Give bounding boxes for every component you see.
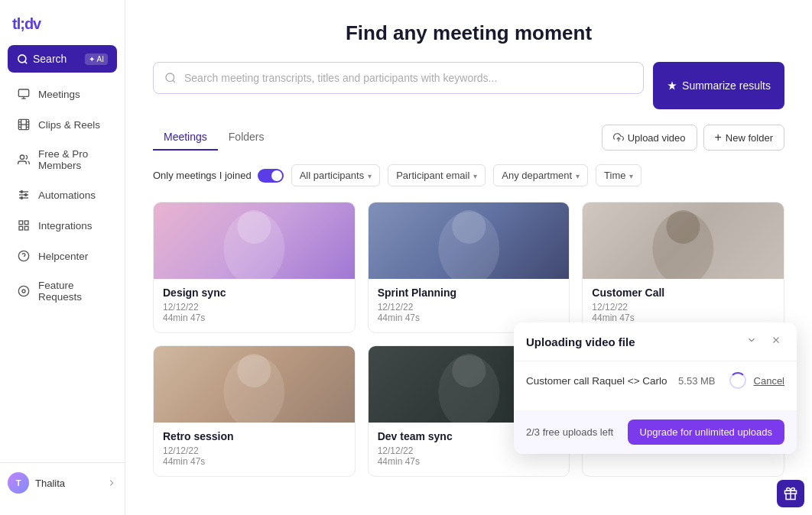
new-folder-button[interactable]: + New folder (703, 125, 784, 151)
tab-meetings[interactable]: Meetings (153, 125, 218, 151)
sidebar-item-automations[interactable]: Automations (5, 180, 120, 209)
email-filter[interactable]: Participant email (388, 164, 486, 186)
participants-filter[interactable]: All participants (291, 164, 381, 186)
gift-icon[interactable] (777, 480, 804, 507)
svg-point-28 (166, 73, 174, 82)
svg-point-0 (18, 54, 26, 62)
card-duration: 44min 47s (163, 456, 346, 467)
chevron-down-icon (576, 170, 580, 181)
toggle-filter[interactable]: Only meetings I joined (153, 169, 284, 183)
sidebar-item-members[interactable]: Free & Pro Members (5, 141, 120, 179)
svg-point-40 (452, 354, 486, 387)
sidebar-footer: T Thalita (0, 462, 125, 503)
card-title: Retro session (163, 430, 346, 442)
toggle-switch[interactable] (258, 169, 284, 183)
card-date: 12/12/22 (592, 302, 775, 313)
popup-controls (743, 333, 784, 350)
popup-minimize-button[interactable] (743, 333, 760, 350)
automations-icon (17, 188, 31, 202)
nav-label: Feature Requests (38, 280, 108, 303)
sidebar-item-integrations[interactable]: Integrations (5, 211, 120, 240)
tab-folders[interactable]: Folders (218, 125, 275, 151)
chevron-right-icon (106, 478, 117, 488)
chevron-down-icon (629, 170, 633, 181)
time-filter[interactable]: Time (596, 164, 641, 186)
search-button[interactable]: Search ✦ AI (8, 45, 117, 73)
svg-point-34 (452, 210, 486, 244)
upload-size: 5.53 MB (678, 375, 715, 387)
svg-point-26 (18, 286, 28, 296)
popup-close-button[interactable] (768, 333, 784, 350)
card-duration: 44min 47s (592, 313, 775, 323)
nav-label: Integrations (38, 220, 93, 232)
user-profile[interactable]: T Thalita (8, 472, 117, 494)
sidebar-item-requests[interactable]: Feature Requests (5, 272, 120, 310)
department-filter[interactable]: Any department (493, 164, 588, 186)
popup-footer: 2/3 free uploads left Upgrade for unlimi… (514, 410, 797, 454)
uploads-remaining: 2/3 free uploads left (526, 426, 613, 438)
page-title: Find any meeting moment (153, 21, 784, 45)
upload-popup: Uploading video file Customer call Raque… (514, 322, 797, 454)
ai-badge: ✦ AI (85, 53, 108, 65)
card-duration: 44min 47s (378, 313, 560, 323)
card-title: Customer Call (592, 287, 775, 299)
svg-point-36 (667, 210, 700, 244)
summarize-label: Summarize results (682, 79, 771, 92)
summarize-button[interactable]: Summarize results (653, 62, 784, 109)
users-icon (17, 153, 31, 167)
nav-label: Automations (38, 189, 96, 201)
meeting-card[interactable]: Design sync 12/12/22 44min 47s (153, 202, 356, 333)
nav-label: Free & Pro Members (38, 148, 108, 171)
cancel-upload-link[interactable]: Cancel (754, 375, 784, 387)
upgrade-button[interactable]: Upgrade for unlimited uploads (628, 419, 784, 445)
main-content: Find any meeting moment Summarize result… (125, 0, 812, 515)
card-date: 12/12/22 (163, 445, 346, 456)
upload-icon (613, 132, 624, 143)
sidebar-item-clips[interactable]: Clips & Reels (5, 110, 120, 139)
meeting-card[interactable]: Customer Call 12/12/22 44min 47s (582, 202, 784, 333)
svg-rect-2 (18, 89, 28, 96)
meeting-card[interactable]: Sprint Planning 12/12/22 44min 47s (368, 202, 570, 333)
tabs: Meetings Folders (153, 125, 594, 151)
app-logo: tl;dv (0, 12, 125, 45)
upload-item: Customer call Raquel <> Carlo 5.53 MB Ca… (526, 372, 784, 389)
sidebar: tl;dv Search ✦ AI Meetings Clips & Reels… (0, 0, 125, 515)
card-duration: 44min 47s (163, 313, 346, 323)
upload-label: Upload video (628, 132, 686, 144)
upload-video-button[interactable]: Upload video (602, 125, 697, 151)
user-name: Thalita (35, 478, 100, 489)
card-thumbnail (154, 202, 355, 279)
card-thumbnail (154, 346, 355, 423)
nav-label: Helpcenter (38, 251, 88, 262)
card-duration: 44min 47s (378, 456, 560, 467)
svg-point-17 (21, 191, 23, 193)
svg-point-38 (237, 354, 271, 387)
plus-icon: + (715, 131, 722, 144)
svg-point-18 (24, 194, 27, 196)
svg-rect-21 (24, 221, 28, 225)
sidebar-item-helpcenter[interactable]: Helpcenter (5, 241, 120, 270)
popup-header: Uploading video file (514, 322, 797, 361)
svg-rect-23 (24, 226, 28, 230)
new-folder-label: New folder (726, 132, 773, 144)
help-icon (17, 249, 31, 263)
svg-point-32 (237, 210, 271, 244)
avatar: T (8, 472, 29, 494)
tabs-row: Meetings Folders Upload video + New fold… (153, 125, 784, 151)
search-bar (153, 62, 644, 94)
filters-row: Only meetings I joined All participants … (153, 164, 784, 186)
sidebar-item-meetings[interactable]: Meetings (5, 79, 120, 109)
circle-dot-icon (17, 284, 31, 298)
search-row: Summarize results (153, 62, 784, 109)
sparkle-icon (667, 80, 677, 91)
monitor-icon (17, 87, 31, 101)
svg-point-27 (22, 290, 25, 293)
svg-rect-20 (19, 221, 23, 225)
nav-label: Clips & Reels (38, 119, 100, 131)
meeting-card[interactable]: Retro session 12/12/22 44min 47s (153, 345, 356, 477)
popup-body: Customer call Raquel <> Carlo 5.53 MB Ca… (514, 361, 797, 410)
search-input[interactable] (177, 63, 632, 93)
svg-line-29 (173, 80, 175, 83)
svg-point-13 (20, 155, 24, 159)
popup-title: Uploading video file (526, 335, 635, 348)
